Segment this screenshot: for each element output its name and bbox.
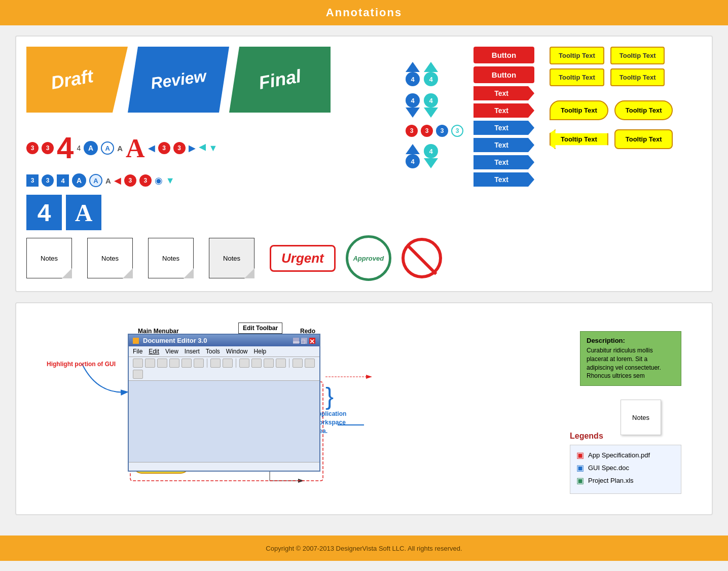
toolbar-sep-1 (207, 359, 207, 368)
notes-label-3: Notes (162, 255, 179, 262)
legends-title: Legends (570, 432, 681, 441)
editor-body (129, 381, 319, 462)
toolbar-sep-3 (289, 359, 289, 368)
window-title: Document Editor 3.0 (143, 337, 207, 344)
toolbar-btn-6[interactable] (194, 359, 204, 368)
toolbar-btn-13[interactable] (293, 359, 303, 368)
page-title: Annotations (326, 6, 402, 19)
notes-item-4: Notes (209, 238, 254, 278)
bracket-workspace: } (325, 384, 334, 409)
footer-copyright: Copyright © 2007-2013 DesignerVista Soft… (266, 545, 462, 552)
tooltip-rect-2: Tooltip Text (610, 47, 665, 64)
notes-item-1: Notes (26, 238, 72, 278)
minimize-btn[interactable]: — (293, 338, 299, 344)
page-footer: Copyright © 2007-2013 DesignerVista Soft… (0, 536, 728, 561)
maximize-btn[interactable]: □ (301, 338, 307, 344)
tooltip-rect-3: Tooltip Text (550, 68, 604, 86)
arrow-right-1: ▶ (189, 142, 196, 154)
droplet-down-1: 4 (406, 93, 420, 118)
toolbar-btn-3[interactable] (157, 359, 167, 368)
banner-final-label: Final (257, 65, 303, 94)
arrow-down-2: ▼ (209, 143, 218, 154)
big-square-a: A (66, 195, 101, 230)
diagram-panel: Main Menubar Standard Toolbar Edit Toolb… (15, 302, 713, 515)
menu-help[interactable]: Help (254, 348, 267, 355)
right-section: Tooltip Text Tooltip Text Tooltip Text T… (550, 47, 702, 149)
text-arrow-blue-3: Text (474, 155, 534, 169)
banner-review-label: Review (150, 66, 207, 93)
toolbar-btn-11[interactable] (264, 359, 274, 368)
toolbar-btn-10[interactable] (251, 359, 262, 368)
main-content: Draft Review Final 3 3 4 4 (0, 25, 728, 536)
legend-item-doc: ▣ GUI Spec.doc (576, 463, 675, 473)
toolbar-btn-1[interactable] (133, 359, 143, 368)
toolbar-btn-2[interactable] (145, 359, 155, 368)
tooltip-rect-4: Tooltip Text (610, 68, 665, 86)
circle-4f: 4 (424, 144, 438, 158)
up-arrow-teal-1 (424, 62, 438, 72)
notes-item-2: Notes (87, 238, 133, 278)
menu-insert[interactable]: Insert (185, 348, 200, 355)
description-box: Description: Curabitur ridiculus mollis … (580, 331, 681, 386)
notes-label-4: Notes (223, 255, 240, 262)
big-square-4: 4 (26, 195, 62, 230)
label-edit-toolbar: Edit Toolbar (238, 323, 282, 334)
banner-draft-label: Draft (49, 65, 95, 94)
text-arrow-red-2: Text (474, 103, 534, 118)
circle-4c: 4 (406, 93, 420, 108)
menu-window[interactable]: Window (226, 348, 248, 355)
arrow-tri-3a: ◀ (114, 175, 121, 186)
badge-red-3d: 3 (173, 142, 186, 154)
circle-4b: 4 (424, 72, 438, 86)
legend-pdf-label: App Specification.pdf (588, 451, 650, 459)
doc-editor-window: Document Editor 3.0 — □ ✕ File Edit View… (128, 334, 320, 472)
button-red-2[interactable]: Button (474, 66, 534, 83)
button-red-1[interactable]: Button (474, 47, 534, 63)
down-arrow-teal-1 (424, 108, 438, 118)
droplet-row-1: 4 4 (406, 62, 438, 86)
titlebar: Document Editor 3.0 — □ ✕ (129, 335, 319, 346)
square-badge-3a: 3 (26, 174, 39, 187)
toolbar-btn-14[interactable] (305, 359, 315, 368)
tooltip-row-1: Tooltip Text Tooltip Text (550, 47, 702, 64)
badge-blue-3a: 3 (436, 125, 448, 137)
toolbar-btn-9[interactable] (239, 359, 249, 368)
badge-red-3b: 3 (42, 142, 54, 154)
tooltip-row-3: Tooltip Text Tooltip Text (550, 100, 702, 120)
badge-3f: 3 (139, 174, 152, 187)
num-row-small: 3 3 3 3 (406, 125, 463, 137)
badge-3g: 3 (406, 125, 418, 137)
toolbar-btn-12[interactable] (276, 359, 286, 368)
letter-outline-a1: A (101, 141, 114, 155)
toolbar-btn-5[interactable] (181, 359, 192, 368)
legend-item-pdf: ▣ App Specification.pdf (576, 450, 675, 460)
notes-label-1: Notes (41, 255, 58, 262)
no-symbol (402, 238, 442, 278)
letter-plain-a: A (117, 144, 123, 153)
middle-section: 4 4 4 4 (406, 47, 463, 168)
big-num-4: 4 (57, 133, 74, 163)
banners-row: Draft Review Final (26, 47, 395, 113)
badge-red-3a: 3 (26, 142, 39, 154)
menu-edit[interactable]: Edit (149, 348, 159, 355)
tooltip-speech-2: Tooltip Text (614, 100, 673, 120)
toolbar-btn-4[interactable] (169, 359, 179, 368)
text-arrow-red-1: Text (474, 86, 534, 100)
statusbar (129, 462, 319, 471)
legend-xls-label: Project Plan.xls (588, 477, 634, 484)
menu-view[interactable]: View (165, 348, 178, 355)
close-btn[interactable]: ✕ (309, 338, 315, 344)
xls-icon: ▣ (576, 476, 584, 485)
menu-file[interactable]: File (133, 348, 142, 355)
toolbar-btn-15[interactable] (133, 370, 143, 379)
upper-area: Draft Review Final 3 3 4 4 (26, 47, 702, 230)
menu-tools[interactable]: Tools (206, 348, 220, 355)
svg-marker-19 (366, 375, 372, 379)
toolbar-btn-7[interactable] (210, 359, 221, 368)
left-section: Draft Review Final 3 3 4 4 (26, 47, 395, 230)
droplet-container-1: 4 (406, 62, 420, 86)
tooltip-callout-2: Tooltip Text (614, 129, 673, 149)
toolbar-btn-8[interactable] (223, 359, 233, 368)
notes-item-3: Notes (148, 238, 194, 278)
badge-3e: 3 (124, 174, 136, 187)
